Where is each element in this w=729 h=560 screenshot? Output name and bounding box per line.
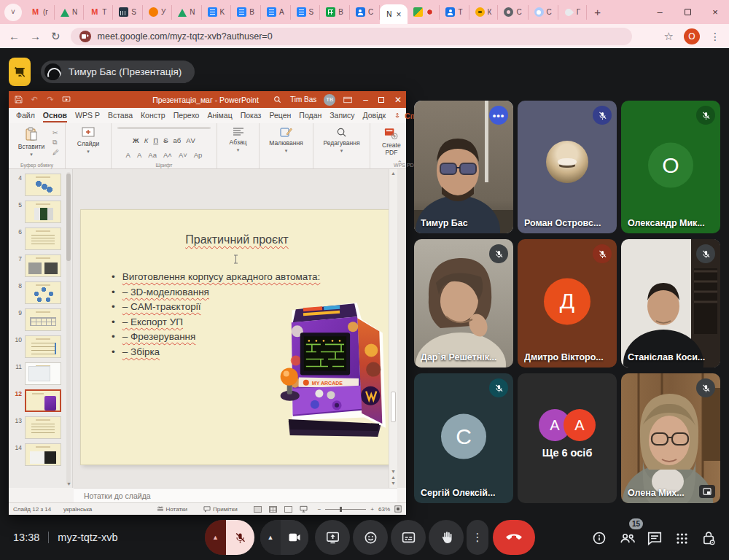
font-button2-0[interactable]: А [126, 151, 130, 159]
font-button-0[interactable]: Ж [133, 136, 139, 144]
font-button-3[interactable]: S [163, 136, 168, 144]
font-button2-4[interactable]: А˅ [179, 151, 187, 159]
tab-close-icon[interactable]: × [396, 9, 401, 20]
participant-tile-serhii[interactable]: С Сергій Олексій... [414, 373, 513, 503]
font-button2-3[interactable]: А˄ [163, 151, 172, 159]
cut-icon[interactable]: ✂ [52, 129, 59, 136]
paragraph-button[interactable]: Абзац ▾ [223, 127, 253, 153]
browser-tab[interactable]: У [143, 5, 172, 20]
more-participants-tile[interactable]: А А Ще 6 осіб [518, 373, 617, 503]
zoom-in-icon[interactable]: + [370, 506, 374, 513]
browser-tab[interactable]: (г [25, 5, 55, 20]
browser-menu-icon[interactable]: ⋮ [710, 31, 720, 42]
browser-tab[interactable]: Г [558, 5, 587, 20]
minimize-icon[interactable]: – [646, 0, 674, 24]
browser-tab[interactable]: N [55, 5, 84, 20]
participant-tile-olena[interactable]: Олена Мих... [621, 373, 720, 503]
slide-canvas[interactable]: Практичний проєкт •Виготовлення корпусу … [81, 210, 393, 464]
notes-pane[interactable]: Нотатки до слайда [74, 488, 397, 502]
browser-tab[interactable]: K [202, 5, 232, 20]
tab-search-chevron-icon[interactable]: ˅ [4, 4, 22, 21]
slide-thumbnail-row[interactable]: 11 [9, 360, 72, 387]
presenter-banner[interactable]: Тимур Бас (Презентація) [41, 61, 195, 83]
ribbon-tab-констр[interactable]: Констр [141, 109, 165, 122]
paste-button[interactable]: Вставити ▾ [15, 127, 48, 158]
meeting-details-button[interactable] [590, 529, 608, 547]
presentation-warning-icon[interactable] [9, 58, 31, 86]
format-painter-icon[interactable]: 🖉 [52, 149, 59, 156]
zoom-level[interactable]: 63% [378, 506, 390, 513]
browser-tab[interactable]: Т [84, 5, 113, 20]
slide-thumbnail-row[interactable]: 10 [9, 333, 72, 360]
browser-tab[interactable]: В [320, 5, 350, 20]
mic-options-chevron-icon[interactable]: ▲ [205, 520, 226, 555]
maximize-icon[interactable] [674, 0, 701, 24]
font-name-combobox[interactable] [117, 127, 211, 129]
browser-tab[interactable]: В [231, 5, 261, 20]
font-button2-2[interactable]: Аа [148, 151, 157, 159]
collapse-ribbon-icon[interactable]: ⌃ [397, 160, 402, 167]
slide-thumbnail-7[interactable] [25, 254, 61, 277]
ribbon-tab-показ[interactable]: Показ [241, 109, 262, 122]
slide-thumbnail-row[interactable]: 7 [9, 252, 72, 279]
slides-button[interactable]: Слайди ▾ [71, 127, 105, 155]
zoom-out-icon[interactable]: − [318, 506, 321, 513]
slide-thumbnail-11[interactable] [25, 362, 61, 385]
ribbon-display-icon[interactable] [343, 95, 353, 105]
camera-options-chevron-icon[interactable]: ▲ [260, 520, 281, 555]
reading-view-icon[interactable] [284, 506, 292, 513]
slide-thumbnail-6[interactable] [25, 228, 61, 250]
browser-tab[interactable]: Т [440, 5, 469, 20]
chat-button[interactable] [646, 529, 663, 547]
slide-thumbnail-13[interactable] [25, 416, 61, 439]
reactions-button[interactable] [353, 520, 388, 555]
slide-thumbnail-12[interactable] [25, 389, 61, 412]
normal-view-icon[interactable] [254, 506, 262, 513]
scroll-up-icon[interactable]: ▲ [389, 171, 397, 176]
reload-icon[interactable]: ↻ [51, 30, 61, 43]
slide-thumbnail-row[interactable]: 13 [9, 414, 72, 441]
camera-on-button[interactable] [281, 520, 308, 555]
close-icon[interactable]: × [701, 0, 729, 24]
drawing-button[interactable]: Малювання ▾ [265, 127, 307, 154]
font-button2-5[interactable]: Ар [194, 151, 203, 159]
browser-tab[interactable]: N [172, 5, 201, 20]
slide-title[interactable]: Практичний проєкт [81, 233, 393, 246]
slide-thumbnail-row[interactable]: 6 [9, 225, 72, 252]
font-button-5[interactable]: АV [186, 136, 195, 144]
browser-tab[interactable]: C [350, 5, 380, 20]
scroll-down-icons[interactable]: ▼▲▼ [389, 469, 397, 486]
ribbon-tab-запису[interactable]: Запису [330, 109, 354, 122]
show-people-button[interactable] [619, 529, 636, 547]
zoom-slider-thumb[interactable] [340, 507, 342, 512]
ribbon-tab-перехо[interactable]: Перехо [174, 109, 200, 122]
ribbon-tab-рецен[interactable]: Рецен [269, 109, 291, 122]
slide-thumbnails-panel[interactable]: 4567891011121314 ▼ [9, 169, 73, 488]
ribbon-tab-wps p[interactable]: WPS P [75, 109, 100, 122]
tile-more-options-icon[interactable]: ••• [489, 106, 508, 125]
host-controls-button[interactable] [700, 529, 717, 547]
save-icon[interactable] [13, 95, 23, 105]
undo-icon[interactable]: ↶ [29, 95, 39, 105]
captions-button[interactable] [391, 520, 426, 555]
slide-sorter-view-icon[interactable] [269, 506, 277, 513]
scrollbar-thumb[interactable] [391, 392, 396, 422]
slide-editor-area[interactable]: Практичний проєкт •Виготовлення корпусу … [74, 169, 397, 488]
slide-thumbnail-row[interactable]: 9 [9, 306, 72, 333]
url-text[interactable]: meet.google.com/myz-tqtz-xvb?authuser=0 [98, 31, 273, 42]
ribbon-tab-встава[interactable]: Встава [108, 109, 133, 122]
ribbon-tab-довідк[interactable]: Довідк [363, 109, 386, 122]
profile-avatar[interactable]: O [684, 28, 700, 44]
pp-minimize-icon[interactable]: – [363, 95, 368, 105]
redo-icon[interactable]: ↷ [45, 95, 55, 105]
start-slideshow-icon[interactable] [61, 95, 71, 105]
participant-tile-dmytro[interactable]: Д Дмитро Вікторо... [518, 239, 617, 368]
mic-muted-button[interactable] [226, 520, 254, 555]
browser-tab[interactable] [408, 5, 440, 20]
participant-tile-tymur[interactable]: ••• Тимур Бас [414, 101, 513, 233]
slide-thumbnail-10[interactable] [25, 335, 61, 358]
participant-tile-oleksandr[interactable]: О Олександр Мик... [621, 101, 720, 233]
font-button-2[interactable]: П [153, 136, 158, 144]
slide-thumbnail-9[interactable] [25, 308, 61, 331]
address-bar[interactable]: meet.google.com/myz-tqtz-xvb?authuser=0 [71, 28, 632, 45]
